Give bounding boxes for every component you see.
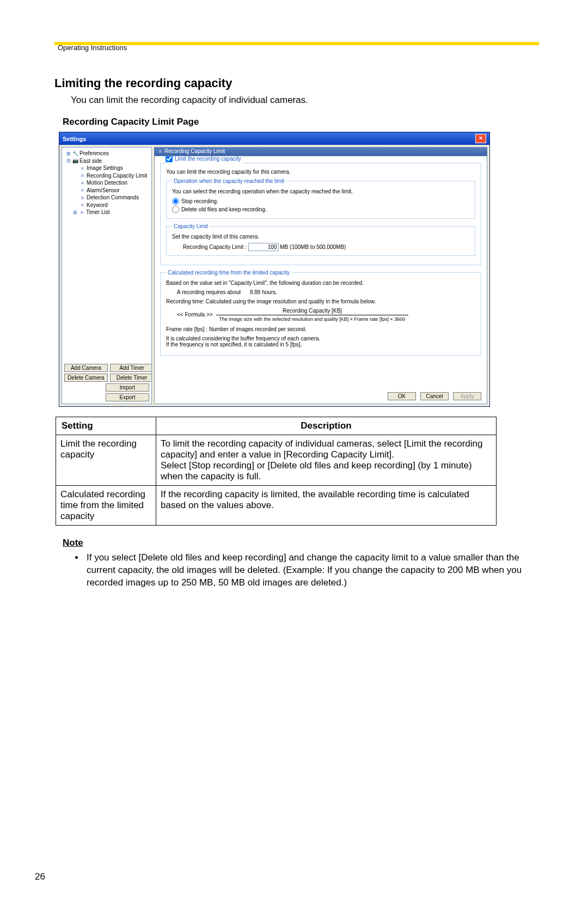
list-icon: ≡ xyxy=(79,187,85,193)
calc-legend: Calculated recording time from the limit… xyxy=(166,270,291,276)
radio-delete[interactable] xyxy=(172,206,179,213)
tree-image-settings[interactable]: ≡Image Settings xyxy=(63,164,150,172)
fps-note2: It is calculated considering the buffer … xyxy=(166,335,475,347)
desc-cell: If the recording capacity is limited, th… xyxy=(156,486,497,526)
list-icon: ≡ xyxy=(79,202,85,208)
tree-det-commands[interactable]: ≡Detection Commands xyxy=(63,194,150,202)
capacity-desc: Set the capacity limit of this camera. xyxy=(172,234,469,240)
camera-icon: 📷 xyxy=(72,158,78,164)
tree-preferences[interactable]: ⊞🔧Preferences xyxy=(63,150,150,157)
fps-note: Frame rate [fps] : Number of images reco… xyxy=(166,326,475,332)
delete-camera-button[interactable]: Delete Camera xyxy=(64,374,108,382)
list-icon: ≡ xyxy=(79,166,85,172)
calc-note: Recording time: Calculated using the ima… xyxy=(166,298,475,304)
tree-alarm[interactable]: ≡Alarm/Sensor xyxy=(63,187,150,194)
import-button[interactable]: Import xyxy=(106,383,149,392)
plus-icon: ⊞ xyxy=(72,210,78,216)
th-setting: Setting xyxy=(56,417,156,435)
page-number: 26 xyxy=(35,871,45,882)
operation-desc: You can select the recording operation w… xyxy=(172,188,469,194)
close-icon[interactable]: × xyxy=(475,134,486,143)
window-titlebar: Settings × xyxy=(59,132,489,145)
section-subhead: Recording Capacity Limit Page xyxy=(63,117,544,127)
capacity-input[interactable] xyxy=(248,243,279,251)
settings-table: Setting Description Limit the recording … xyxy=(56,417,497,526)
panel-title: ≡Recording Capacity Limit xyxy=(154,147,487,156)
capacity-fieldset: Capacity Limit Set the capacity limit of… xyxy=(166,223,475,256)
page-title: Limiting the recording capacity xyxy=(54,76,544,90)
tree-keyword[interactable]: ≡Keyword xyxy=(63,202,150,209)
formula-label: << Formula >> xyxy=(177,312,213,318)
accent-bar xyxy=(54,42,539,45)
list-icon: ≡ xyxy=(79,180,85,186)
ok-button[interactable]: OK xyxy=(388,392,416,400)
settings-sidebar: ⊞🔧Preferences ⊟📷East side ≡Image Setting… xyxy=(62,147,152,404)
operation-fieldset: Operation when the capacity reached the … xyxy=(166,178,475,219)
settings-tree: ⊞🔧Preferences ⊟📷East side ≡Image Setting… xyxy=(62,148,151,218)
th-desc: Description xyxy=(156,417,497,435)
limit-fieldset: Limit the recording capacity You can lim… xyxy=(160,162,481,265)
cancel-button[interactable]: Cancel xyxy=(420,392,449,400)
table-row: Calculated recording time from the limit… xyxy=(56,486,497,526)
list-icon: ≡ xyxy=(79,173,85,179)
note-item: If you select [Delete old files and keep… xyxy=(84,552,539,589)
export-button[interactable]: Export xyxy=(106,393,149,401)
minus-icon: ⊟ xyxy=(65,158,71,164)
tree-timer[interactable]: ⊞≡Timer List xyxy=(63,209,150,216)
apply-button[interactable]: Apply xyxy=(453,392,481,400)
note-list: If you select [Delete old files and keep… xyxy=(84,552,544,589)
wrench-icon: 🔧 xyxy=(72,151,78,157)
capacity-label: Recording Capacity Limit : xyxy=(183,244,247,250)
radio-stop[interactable] xyxy=(172,198,179,205)
delete-timer-button[interactable]: Delete Timer xyxy=(110,374,152,382)
radio-delete-label: Delete old files and keep recording. xyxy=(181,206,267,212)
calc-hours: 8.88 hours. xyxy=(250,289,277,295)
tree-rcl[interactable]: ≡Recording Capacity Limit xyxy=(63,172,150,180)
intro-text: You can limit the recording capacity of … xyxy=(71,95,544,106)
setting-cell: Limit the recording capacity xyxy=(56,435,156,486)
limit-checkbox[interactable] xyxy=(166,156,173,162)
add-camera-button[interactable]: Add Camera xyxy=(64,364,108,372)
calc-req-label: A recording requires about xyxy=(177,289,241,295)
list-icon: ≡ xyxy=(79,195,85,201)
note-heading: Note xyxy=(63,538,544,548)
list-icon: ≡ xyxy=(157,149,163,155)
desc-cell: To limit the recording capacity of indiv… xyxy=(156,435,497,486)
add-timer-button[interactable]: Add Timer xyxy=(110,364,152,372)
limit-legend: Limit the recording capacity xyxy=(175,156,241,162)
settings-window: Settings × ⊞🔧Preferences ⊟📷East side ≡Im… xyxy=(59,132,490,407)
window-title: Settings xyxy=(63,136,86,142)
calc-fieldset: Calculated recording time from the limit… xyxy=(160,270,481,356)
capacity-legend: Capacity Limit xyxy=(172,223,210,229)
operation-legend: Operation when the capacity reached the … xyxy=(172,178,286,184)
formula-denominator: The image size with the selected resolut… xyxy=(216,315,409,322)
formula-numerator: Recording Capacity [KB] xyxy=(216,308,409,315)
capacity-suffix: MB (100MB to 500,000MB) xyxy=(280,244,346,250)
plus-icon: ⊞ xyxy=(65,151,71,157)
radio-stop-label: Stop recording. xyxy=(181,198,218,204)
setting-cell: Calculated recording time from the limit… xyxy=(56,486,156,526)
tree-east-side[interactable]: ⊟📷East side xyxy=(63,157,150,165)
tree-motion[interactable]: ≡Motion Detection xyxy=(63,179,150,187)
table-row: Limit the recording capacity To limit th… xyxy=(56,435,497,486)
list-icon: ≡ xyxy=(79,210,85,216)
limit-desc: You can limit the recording capacity for… xyxy=(166,169,475,175)
calc-desc: Based on the value set in "Capacity Limi… xyxy=(166,280,475,286)
